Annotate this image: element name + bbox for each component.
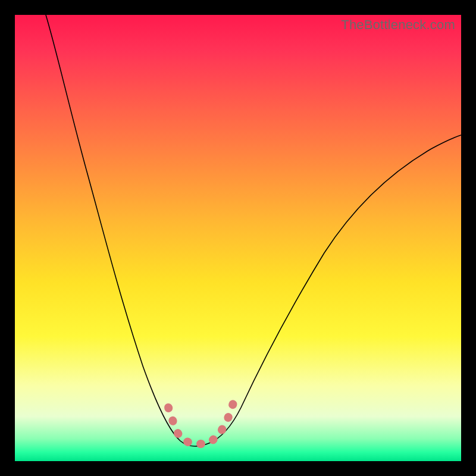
chart-area: TheBottleneck.com	[15, 15, 461, 461]
watermark-text: TheBottleneck.com	[341, 17, 455, 33]
min-marker-dots	[168, 402, 234, 444]
bottleneck-curve	[46, 15, 461, 446]
bottleneck-curve-svg	[15, 15, 461, 461]
